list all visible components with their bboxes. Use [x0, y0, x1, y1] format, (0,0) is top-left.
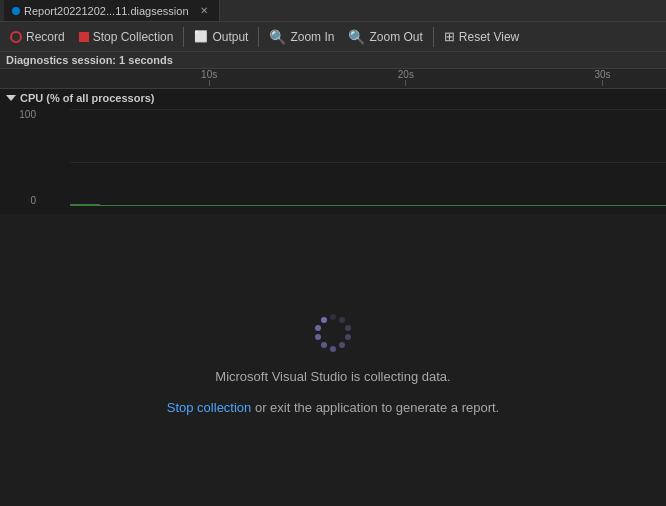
- toolbar-separator-3: [433, 27, 434, 47]
- toolbar-separator-1: [183, 27, 184, 47]
- record-button[interactable]: Record: [4, 25, 71, 49]
- output-icon: ⬜: [194, 30, 208, 43]
- status-bar: Diagnostics session: 1 seconds: [0, 52, 666, 69]
- y-max-label: 100: [19, 109, 36, 120]
- status-text: Diagnostics session: 1 seconds: [6, 54, 173, 66]
- chart-baseline: [70, 205, 666, 206]
- toolbar: Record Stop Collection ⬜ Output 🔍 Zoom I…: [0, 22, 666, 52]
- tab-title: Report20221202...11.diagsession: [24, 5, 189, 17]
- tab-bar: Report20221202...11.diagsession ✕: [0, 0, 666, 22]
- stop-icon: [79, 32, 89, 42]
- y-min-label: 0: [30, 195, 36, 206]
- ruler-tick-30s: 30s: [594, 69, 610, 86]
- ruler-ticks: 10s 20s 30s: [70, 69, 666, 88]
- loading-spinner: [313, 313, 353, 353]
- cpu-chart: CPU (% of all processors) 100 0: [0, 89, 666, 214]
- tab-item[interactable]: Report20221202...11.diagsession ✕: [4, 0, 220, 21]
- record-icon: [10, 31, 22, 43]
- zoom-out-button[interactable]: 🔍 Zoom Out: [342, 25, 428, 49]
- collecting-text: Microsoft Visual Studio is collecting da…: [215, 369, 450, 384]
- ruler-tick-line: [209, 80, 210, 86]
- toolbar-separator-2: [258, 27, 259, 47]
- chart-data-line: [70, 204, 100, 205]
- cpu-title: CPU (% of all processors): [20, 92, 154, 104]
- cpu-triangle-icon: [6, 95, 16, 101]
- stop-collection-label: Stop Collection: [93, 30, 174, 44]
- zoom-out-icon: 🔍: [348, 29, 365, 45]
- collecting-link-line: Stop collection or exit the application …: [167, 400, 499, 415]
- zoom-in-icon: 🔍: [269, 29, 286, 45]
- ruler-tick-label: 10s: [201, 69, 217, 80]
- output-label: Output: [212, 30, 248, 44]
- zoom-out-label: Zoom Out: [369, 30, 422, 44]
- chart-area: [70, 109, 666, 214]
- after-link-text: or exit the application to generate a re…: [251, 400, 499, 415]
- loader-container: Microsoft Visual Studio is collecting da…: [167, 313, 499, 415]
- zoom-in-label: Zoom In: [290, 30, 334, 44]
- y-axis: 100 0: [6, 109, 36, 206]
- reset-view-label: Reset View: [459, 30, 519, 44]
- chart-grid-mid: [70, 162, 666, 163]
- time-ruler: 10s 20s 30s: [0, 69, 666, 89]
- tab-close-button[interactable]: ✕: [197, 4, 211, 18]
- record-label: Record: [26, 30, 65, 44]
- ruler-tick-10s: 10s: [201, 69, 217, 86]
- timeline-area: 10s 20s 30s CPU (% of all processors) 10…: [0, 69, 666, 214]
- stop-collection-link[interactable]: Stop collection: [167, 400, 252, 415]
- ruler-tick-line: [405, 80, 406, 86]
- main-content: Microsoft Visual Studio is collecting da…: [0, 214, 666, 503]
- reset-view-button[interactable]: ⊞ Reset View: [438, 25, 525, 49]
- ruler-tick-label: 20s: [398, 69, 414, 80]
- zoom-in-button[interactable]: 🔍 Zoom In: [263, 25, 340, 49]
- chart-grid-top: [70, 109, 666, 110]
- ruler-tick-line: [602, 80, 603, 86]
- tab-dot-icon: [12, 7, 20, 15]
- stop-collection-button[interactable]: Stop Collection: [73, 25, 180, 49]
- reset-view-icon: ⊞: [444, 29, 455, 44]
- ruler-tick-20s: 20s: [398, 69, 414, 86]
- ruler-tick-label: 30s: [594, 69, 610, 80]
- output-button[interactable]: ⬜ Output: [188, 25, 254, 49]
- cpu-chart-label: CPU (% of all processors): [0, 89, 666, 107]
